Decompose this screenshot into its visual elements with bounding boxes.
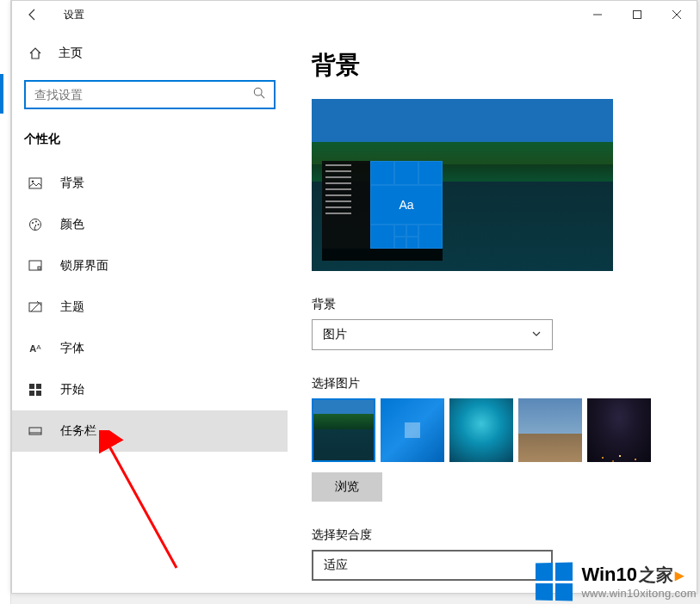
themes-icon xyxy=(28,300,43,314)
close-button[interactable] xyxy=(657,1,697,28)
sidebar: 主页 个性化 背景 颜色 锁屏界面 主题 xyxy=(12,28,288,593)
nav-colors[interactable]: 颜色 xyxy=(12,204,288,245)
nav-label: 背景 xyxy=(60,176,84,191)
search-icon xyxy=(253,87,265,102)
svg-line-5 xyxy=(261,95,264,98)
start-icon xyxy=(28,384,43,396)
nav-themes[interactable]: 主题 xyxy=(12,287,288,328)
nav-background[interactable]: 背景 xyxy=(12,163,288,204)
nav-label: 开始 xyxy=(60,382,84,398)
svg-point-7 xyxy=(32,181,34,183)
watermark-brand-suffix: 之家 xyxy=(639,564,673,587)
svg-point-9 xyxy=(32,222,34,224)
titlebar: 设置 xyxy=(12,1,697,28)
svg-point-11 xyxy=(38,224,40,225)
nav-label: 锁屏界面 xyxy=(60,258,108,274)
home-nav[interactable]: 主页 xyxy=(12,37,288,70)
nav-fonts[interactable]: AA 字体 xyxy=(12,328,288,369)
fit-label: 选择契合度 xyxy=(312,527,676,543)
nav-lockscreen[interactable]: 锁屏界面 xyxy=(12,245,288,287)
svg-point-4 xyxy=(254,88,262,96)
back-button[interactable] xyxy=(15,1,50,28)
dropdown-value: 图片 xyxy=(323,327,347,342)
svg-rect-16 xyxy=(36,384,41,389)
desktop-preview: Aa xyxy=(312,99,613,271)
nav-label: 主题 xyxy=(60,299,84,315)
watermark-brand-prefix: Win10 xyxy=(581,564,637,586)
watermark-logo-icon xyxy=(536,562,573,601)
picture-thumbnails xyxy=(312,398,676,462)
thumbnail-5[interactable] xyxy=(587,398,651,462)
taskbar-icon xyxy=(28,424,43,438)
page-title: 背景 xyxy=(312,49,676,82)
main-content: 背景 Aa 背景 图片 选择图片 xyxy=(288,28,697,593)
background-window-edge xyxy=(0,0,11,604)
preview-tiles: Aa xyxy=(370,161,443,249)
browse-button[interactable]: 浏览 xyxy=(312,472,382,502)
thumbnail-3[interactable] xyxy=(449,398,513,462)
watermark: Win10 之家 ▸ www.win10xitong.com xyxy=(535,563,697,601)
home-icon xyxy=(28,46,43,60)
preview-start-menu xyxy=(322,161,370,249)
palette-icon xyxy=(28,218,43,231)
settings-window: 设置 主页 个性化 背景 颜色 xyxy=(11,0,697,594)
chevron-down-icon xyxy=(531,328,542,342)
fit-value: 适应 xyxy=(324,558,348,573)
preview-sample-tile: Aa xyxy=(370,185,443,225)
thumbnail-2[interactable] xyxy=(381,398,444,462)
svg-rect-19 xyxy=(29,428,41,435)
watermark-arrow-icon: ▸ xyxy=(675,564,684,585)
search-input-container[interactable] xyxy=(24,80,276,109)
nav-label: 颜色 xyxy=(60,217,84,232)
nav-taskbar[interactable]: 任务栏 xyxy=(12,410,288,452)
choose-picture-label: 选择图片 xyxy=(312,376,676,391)
fit-dropdown[interactable]: 适应 xyxy=(312,550,553,581)
svg-rect-15 xyxy=(29,384,34,389)
svg-rect-13 xyxy=(38,267,40,269)
background-dropdown[interactable]: 图片 xyxy=(312,319,553,350)
picture-icon xyxy=(28,176,43,190)
minimize-button[interactable] xyxy=(578,1,617,28)
preview-taskbar xyxy=(322,249,443,261)
category-header: 个性化 xyxy=(12,120,288,163)
nav-label: 任务栏 xyxy=(60,423,96,439)
svg-point-8 xyxy=(30,219,41,231)
svg-point-10 xyxy=(35,221,37,223)
search-input[interactable] xyxy=(34,88,253,102)
svg-rect-17 xyxy=(29,391,34,396)
lockscreen-icon xyxy=(28,259,43,273)
svg-rect-1 xyxy=(634,11,641,19)
svg-rect-12 xyxy=(29,261,41,270)
home-label: 主页 xyxy=(59,46,83,61)
window-title: 设置 xyxy=(64,8,84,22)
watermark-url: www.win10xitong.com xyxy=(581,587,697,600)
svg-rect-18 xyxy=(36,391,41,396)
thumbnail-4[interactable] xyxy=(518,398,582,462)
nav-start[interactable]: 开始 xyxy=(12,369,288,410)
fonts-icon: AA xyxy=(28,343,43,354)
background-label: 背景 xyxy=(312,297,676,312)
edge-accent xyxy=(0,74,3,114)
thumbnail-1[interactable] xyxy=(312,398,375,462)
svg-rect-6 xyxy=(29,178,41,188)
nav-label: 字体 xyxy=(60,341,84,356)
maximize-button[interactable] xyxy=(617,1,657,28)
